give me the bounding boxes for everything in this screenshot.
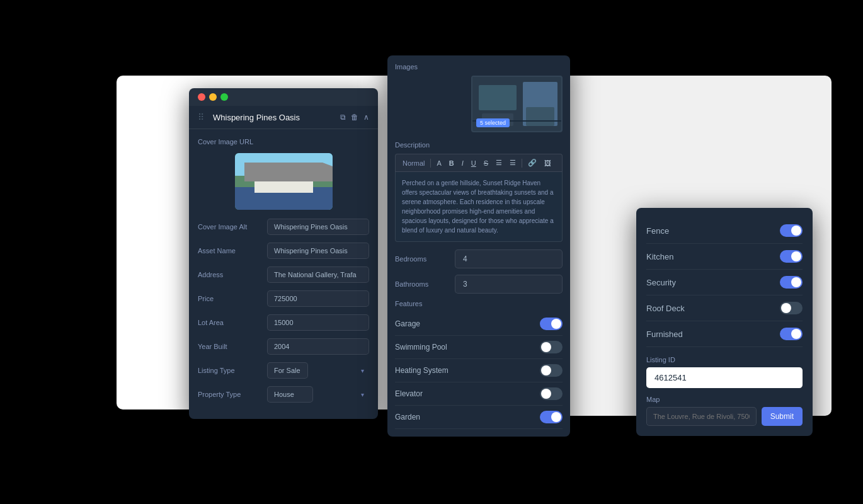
- toggle-swimming-pool[interactable]: [540, 341, 563, 353]
- right-feature-row-kitchen: Kitchen: [646, 244, 803, 270]
- price-row: Price: [198, 290, 369, 307]
- toggle-knob-garden: [551, 412, 561, 422]
- grip-icon: ⠿: [198, 112, 204, 122]
- toggle-kitchen[interactable]: [780, 250, 803, 263]
- traffic-light-red[interactable]: [198, 93, 205, 101]
- toggle-security[interactable]: [780, 276, 803, 289]
- right-feature-row-roof-deck: Roof Deck: [646, 295, 803, 321]
- copy-icon[interactable]: ⧉: [340, 113, 346, 122]
- toolbar-image[interactable]: 🖼: [542, 159, 553, 168]
- lot-area-label: Lot Area: [198, 319, 261, 326]
- cover-image-alt-input[interactable]: [267, 219, 369, 235]
- right-feature-row-fence: Fence: [646, 218, 803, 244]
- bathrooms-row: Bathrooms: [395, 275, 563, 294]
- feature-label-heating-system: Heating System: [395, 366, 449, 375]
- toggle-knob-security: [791, 277, 801, 287]
- bathrooms-input[interactable]: [455, 275, 563, 294]
- property-type-row: Property Type House Apartment Condo Vill…: [198, 386, 369, 403]
- panel-header-left: ⠿ Whispering Pines Oasis: [198, 112, 300, 122]
- toggle-fence[interactable]: [780, 224, 803, 237]
- collapse-icon[interactable]: ∧: [363, 113, 369, 122]
- year-built-label: Year Built: [198, 343, 261, 350]
- panel-right: Fence Kitchen Security Roof Deck Furnish…: [636, 208, 813, 436]
- toggle-knob-elevator: [541, 389, 551, 399]
- asset-name-label: Asset Name: [198, 247, 261, 255]
- asset-name-row: Asset Name: [198, 243, 369, 259]
- editor-toolbar: Normal A B I U S ☰ ☰ 🔗 🖼: [395, 154, 563, 172]
- toggle-knob-furnished: [791, 329, 801, 339]
- svg-rect-4: [526, 107, 554, 126]
- cover-image-alt-label: Cover Image Alt: [198, 223, 261, 231]
- listing-type-select[interactable]: For Sale For Rent Sold: [267, 362, 308, 379]
- toggle-roof-deck[interactable]: [780, 302, 803, 314]
- toolbar-list-ul[interactable]: ☰: [494, 158, 504, 168]
- toggle-furnished[interactable]: [780, 328, 803, 340]
- image-selected-badge: 5 selected: [476, 118, 510, 127]
- toolbar-normal[interactable]: Normal: [401, 159, 426, 168]
- lot-area-input[interactable]: [267, 314, 369, 331]
- map-row: Map Submit: [646, 396, 803, 426]
- toggle-elevator[interactable]: [540, 387, 563, 400]
- bathrooms-label: Bathrooms: [395, 280, 449, 288]
- image-thumb-container[interactable]: 5 selected: [471, 76, 563, 132]
- asset-name-input[interactable]: [267, 243, 369, 259]
- feature-row-heating-system: Heating System: [395, 359, 563, 382]
- images-area: Images 5 selected: [395, 63, 563, 132]
- traffic-lights: [198, 93, 228, 101]
- panel-middle-body: Images 5 selected Descripti: [387, 55, 570, 437]
- window-bar: [189, 88, 378, 106]
- toolbar-italic[interactable]: I: [460, 159, 466, 168]
- right-feature-row-furnished: Furnished: [646, 321, 803, 347]
- feature-row-elevator: Elevator: [395, 382, 563, 406]
- map-input[interactable]: [646, 407, 757, 426]
- feature-label-garage: Garage: [395, 319, 420, 328]
- right-feature-row-security: Security: [646, 270, 803, 295]
- toolbar-div-2: [522, 159, 522, 168]
- lot-area-row: Lot Area: [198, 314, 369, 331]
- toolbar-link[interactable]: 🔗: [526, 158, 539, 168]
- address-row: Address: [198, 266, 369, 283]
- cover-image-alt-row: Cover Image Alt: [198, 219, 369, 235]
- toggle-garden[interactable]: [540, 411, 563, 423]
- bedrooms-row: Bedrooms: [395, 249, 563, 268]
- toggle-knob-heating-system: [541, 365, 551, 375]
- toolbar-font-icon[interactable]: A: [435, 159, 443, 168]
- panel-middle: Images 5 selected Descripti: [387, 55, 570, 437]
- toggle-knob-fence: [791, 226, 801, 236]
- traffic-light-green[interactable]: [220, 93, 228, 101]
- toggle-garage[interactable]: [540, 318, 563, 330]
- year-built-input[interactable]: [267, 338, 369, 355]
- property-type-wrapper: House Apartment Condo Villa ▾: [267, 386, 369, 403]
- feature-row-swimming-pool: Swimming Pool: [395, 336, 563, 359]
- feature-label-garden: Garden: [395, 413, 420, 421]
- panel-left-body: Cover Image URL Cover Image Alt Asset Na…: [189, 129, 378, 419]
- toolbar-underline[interactable]: U: [469, 159, 478, 168]
- map-label: Map: [646, 396, 803, 403]
- description-label: Description: [395, 141, 563, 149]
- bedrooms-input[interactable]: [455, 249, 563, 268]
- traffic-light-yellow[interactable]: [209, 93, 217, 101]
- listing-type-label: Listing Type: [198, 367, 261, 374]
- property-type-select[interactable]: House Apartment Condo Villa: [267, 386, 313, 403]
- address-input[interactable]: [267, 266, 369, 283]
- listing-id-row: Listing ID: [646, 356, 803, 388]
- toolbar-strikethrough[interactable]: S: [482, 159, 490, 168]
- svg-rect-1: [479, 85, 517, 110]
- feature-label-elevator: Elevator: [395, 389, 423, 398]
- listing-id-input[interactable]: [646, 367, 803, 388]
- trash-icon[interactable]: 🗑: [351, 113, 358, 122]
- features-section: Features Garage Swimming Pool Heating Sy…: [395, 300, 563, 429]
- price-input[interactable]: [267, 290, 369, 307]
- toolbar-list-ol[interactable]: ☰: [508, 158, 518, 168]
- panel-left: ⠿ Whispering Pines Oasis ⧉ 🗑 ∧ Cover Ima…: [189, 88, 378, 419]
- right-feature-label-kitchen: Kitchen: [646, 252, 673, 261]
- editor-content[interactable]: Perched on a gentle hillside, Sunset Rid…: [395, 172, 563, 242]
- toggle-heating-system[interactable]: [540, 364, 563, 377]
- cover-image-placeholder: [235, 153, 333, 210]
- cover-image-container: [198, 153, 369, 210]
- toolbar-div-1: [430, 159, 431, 168]
- submit-button[interactable]: Submit: [762, 407, 803, 426]
- toolbar-bold[interactable]: B: [447, 159, 456, 168]
- price-label: Price: [198, 295, 261, 302]
- right-feature-label-furnished: Furnished: [646, 329, 683, 339]
